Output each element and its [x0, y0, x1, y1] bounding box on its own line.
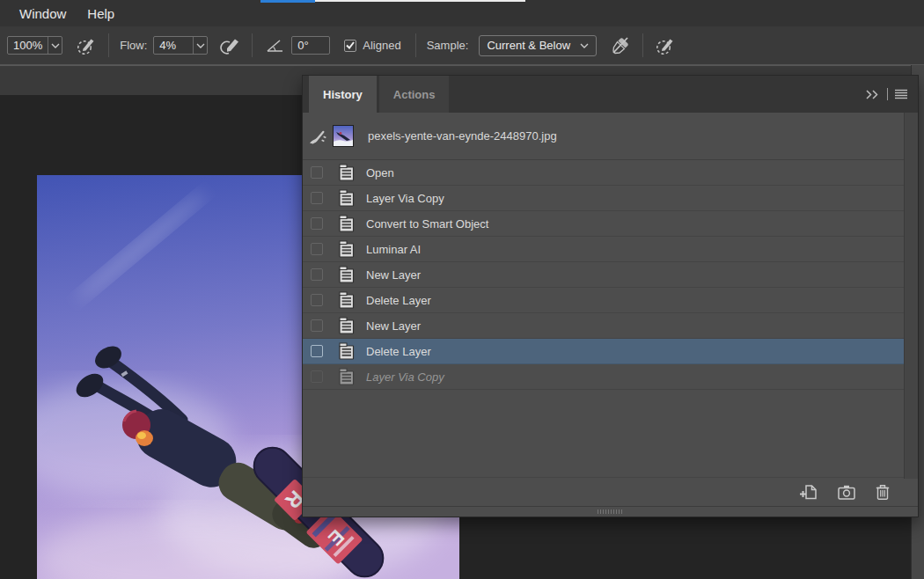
history-state-checkbox[interactable]	[311, 294, 323, 306]
history-state-label: Layer Via Copy	[366, 370, 444, 384]
aligned-checkbox[interactable]	[344, 40, 356, 52]
history-state-checkbox[interactable]	[311, 166, 323, 179]
history-state-icon	[339, 342, 355, 360]
options-separator	[252, 33, 253, 57]
aligned-label: Aligned	[363, 39, 400, 52]
new-document-from-state-icon[interactable]	[799, 484, 818, 500]
panel-resize-handle[interactable]	[303, 506, 918, 517]
history-state-icon	[339, 266, 355, 283]
menu-help[interactable]: Help	[77, 0, 125, 26]
tab-actions[interactable]: Actions	[379, 76, 450, 113]
top-blue-stripe	[260, 0, 315, 3]
panel-tab-bar: History Actions	[303, 76, 918, 113]
history-state-icon	[339, 368, 355, 385]
history-state-icon	[339, 164, 355, 181]
history-state-label: Layer Via Copy	[366, 192, 444, 205]
flow-label: Flow:	[120, 39, 147, 52]
history-states: Open Layer Via Copy	[303, 160, 918, 390]
history-state-label: Open	[366, 166, 394, 180]
history-state-row[interactable]: Layer Via Copy	[303, 186, 918, 211]
flow-value: 4%	[154, 39, 186, 52]
history-state-row[interactable]: Delete Layer	[303, 288, 918, 313]
chevron-down-icon[interactable]	[193, 37, 207, 54]
top-white-stripe	[315, 0, 525, 2]
history-state-icon	[339, 291, 355, 309]
history-state-label: Luminar AI	[366, 243, 421, 256]
flow-field[interactable]: 4%	[153, 36, 208, 55]
history-empty-area	[303, 390, 918, 477]
history-state-label: Delete Layer	[366, 345, 431, 358]
collapse-panel-icon[interactable]	[866, 90, 880, 99]
sample-label: Sample:	[427, 39, 469, 52]
history-state-checkbox[interactable]	[311, 319, 323, 332]
header-separator	[887, 88, 888, 100]
history-state-row[interactable]: Layer Via Copy	[303, 364, 918, 390]
source-thumbnail[interactable]	[333, 125, 354, 147]
pressure-opacity-icon[interactable]	[75, 34, 98, 57]
options-separator	[415, 33, 416, 57]
options-separator	[108, 33, 109, 57]
menu-bar: Window Help	[0, 0, 924, 26]
history-state-checkbox[interactable]	[311, 370, 323, 383]
history-state-icon	[339, 215, 355, 232]
panel-scrollbar-track	[904, 113, 918, 479]
history-state-icon	[339, 189, 355, 207]
history-state-icon	[339, 240, 355, 258]
history-state-label: New Layer	[366, 268, 421, 282]
ignore-adjustment-layers-icon[interactable]	[609, 34, 632, 57]
chevron-down-icon	[580, 43, 589, 48]
chevron-down-icon[interactable]	[48, 37, 62, 54]
options-separator	[642, 33, 643, 57]
history-state-checkbox[interactable]	[311, 243, 323, 255]
photoshop-window: Window Help 100% Flow: 4% 0°	[0, 0, 924, 579]
history-source-row: pexels-yente-van-eynde-2448970.jpg	[303, 113, 918, 160]
history-state-checkbox[interactable]	[311, 217, 323, 230]
new-snapshot-icon[interactable]	[838, 485, 855, 500]
opacity-value: 100%	[8, 39, 48, 52]
menu-window[interactable]: Window	[9, 0, 77, 26]
history-state-label: Delete Layer	[366, 294, 431, 307]
tab-history[interactable]: History	[309, 76, 377, 113]
history-state-checkbox[interactable]	[311, 345, 323, 357]
history-state-checkbox[interactable]	[311, 268, 323, 281]
history-state-row[interactable]: Luminar AI	[303, 237, 918, 262]
history-state-checkbox[interactable]	[311, 192, 323, 204]
opacity-field[interactable]: 100%	[7, 36, 62, 55]
history-state-row[interactable]: Convert to Smart Object	[303, 211, 918, 237]
airbrush-icon[interactable]	[218, 34, 241, 57]
history-state-row[interactable]: Delete Layer	[303, 339, 918, 364]
panel-menu-icon[interactable]	[895, 89, 907, 99]
angle-value: 0°	[292, 39, 324, 52]
source-filename: pexels-yente-van-eynde-2448970.jpg	[368, 129, 557, 143]
history-state-label: New Layer	[366, 319, 421, 333]
sample-value: Current & Below	[487, 39, 570, 52]
pressure-size-icon[interactable]	[654, 34, 677, 57]
history-state-icon	[339, 317, 355, 334]
history-state-row[interactable]: New Layer	[303, 262, 918, 288]
history-state-row[interactable]: Open	[303, 160, 918, 186]
angle-field[interactable]: 0°	[291, 36, 330, 55]
history-footer	[303, 477, 918, 506]
history-brush-source-icon[interactable]	[309, 128, 326, 144]
history-state-label: Convert to Smart Object	[366, 217, 488, 231]
options-bar: 100% Flow: 4% 0° Aligned	[0, 26, 924, 65]
history-state-row[interactable]: New Layer	[303, 313, 918, 339]
angle-icon	[263, 34, 286, 57]
delete-state-icon[interactable]	[876, 484, 890, 500]
history-panel: History Actions	[302, 75, 919, 517]
sample-select[interactable]: Current & Below	[479, 35, 597, 56]
